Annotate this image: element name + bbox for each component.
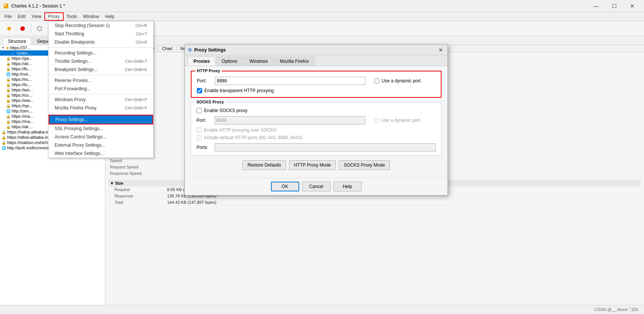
maximize-button[interactable]: ☐: [606, 0, 623, 12]
toolbar-stop-btn[interactable]: [17, 23, 29, 35]
dynamic-port-label: Use a dynamic port: [382, 78, 420, 83]
proxy-settings-dialog: ⚙ Proxy Settings ✕ Proxies Options Windo…: [184, 44, 448, 196]
dialog-tab-firefox[interactable]: Mozilla Firefox: [274, 57, 314, 66]
menu-window[interactable]: Window: [80, 12, 102, 21]
menu-help[interactable]: Help: [102, 12, 117, 21]
globe-icon: 🌐: [6, 109, 11, 113]
tree-label-5: http://not...: [12, 72, 31, 76]
proxy-menu-disable-breakpoints[interactable]: Disable Breakpoints Ctrl+K: [49, 38, 153, 46]
lock-icon: 🔒: [6, 125, 11, 129]
svg-marker-2: [7, 26, 11, 31]
toolbar-settings-btn[interactable]: [33, 23, 46, 35]
socks-http-label: Enable HTTP proxying over SOCKS: [204, 127, 277, 133]
toolbar-sep-1: [31, 24, 31, 33]
proxy-menu-access-control[interactable]: Access Control Settings...: [49, 133, 153, 141]
socks-proxy-section: SOCKS Proxy Enable SOCKS proxy Port: Use…: [191, 102, 442, 156]
dialog-icon: ⚙: [188, 47, 192, 53]
transparent-proxy-checkbox[interactable]: [197, 88, 202, 93]
tree-label-10: https://ww...: [12, 98, 33, 103]
window-controls: — ☐ ✕: [588, 0, 641, 12]
size-total-row: Total 144.43 KB (147,897 bytes): [108, 199, 641, 206]
lock-icon: 🔒: [6, 120, 11, 124]
mode-buttons-row: Restore Defaults HTTP Proxy Mode SOCKS P…: [191, 160, 442, 170]
lock-icon: 🔒: [6, 88, 11, 92]
dialog-footer: OK Cancel Help: [185, 177, 448, 195]
socks-dynamic-port-checkbox[interactable]: [374, 118, 379, 123]
http-proxy-mode-button[interactable]: HTTP Proxy Mode: [289, 160, 336, 170]
proxy-menu-breakpoint-settings[interactable]: Breakpoint Settings... Ctrl+Shift+K: [49, 65, 153, 74]
proxy-menu-external-proxy[interactable]: External Proxy Settings...: [49, 141, 153, 149]
tree-label-13: https://ma...: [12, 114, 33, 118]
tree-label-15: https://ali...: [12, 124, 32, 129]
proxy-menu-web-interface[interactable]: Web Interface Settings...: [49, 149, 153, 158]
lock-icon: 🔒: [6, 83, 11, 87]
app-icon: [3, 3, 9, 9]
restore-defaults-button[interactable]: Restore Defaults: [242, 160, 286, 170]
tree-icon-folder: ■: [6, 46, 9, 50]
sep-1: [49, 47, 153, 48]
proxy-menu-ssl-settings[interactable]: SSL Proxying Settings...: [49, 124, 153, 133]
socks-include-default-checkbox[interactable]: [196, 135, 202, 140]
toolbar-record-btn[interactable]: [3, 23, 15, 35]
proxy-menu-port-forwarding[interactable]: Port Forwarding...: [49, 85, 153, 93]
dialog-tab-proxies[interactable]: Proxies: [188, 57, 215, 66]
sep-4: [49, 113, 153, 114]
status-text: CSDN @__ Alone ˄320: [594, 307, 638, 312]
proxy-menu-proxy-settings[interactable]: Proxy Settings...: [49, 115, 153, 124]
right-tab-chart[interactable]: Chart: [158, 45, 177, 52]
socks-enable-checkbox[interactable]: [196, 108, 202, 113]
sep-2: [49, 75, 153, 75]
proxy-menu-windows-proxy[interactable]: Windows Proxy Ctrl+Shift+P: [49, 96, 153, 104]
status-bar: CSDN @__ Alone ˄320: [0, 305, 644, 314]
title-bar: Charles 4.1.2 - Session 1 * — ☐ ✕: [0, 0, 644, 12]
tree-label-4: https://fo...: [12, 67, 31, 71]
ok-button[interactable]: OK: [271, 182, 299, 191]
close-button[interactable]: ✕: [624, 0, 641, 12]
proxy-menu-start-throttling[interactable]: Start Throttling Ctrl+T: [49, 30, 153, 38]
menu-view[interactable]: View: [29, 12, 44, 21]
tree-label-12: http://zen...: [12, 109, 32, 113]
socks-http-checkbox[interactable]: [196, 127, 202, 133]
http-proxy-label: HTTP Proxy: [195, 68, 222, 73]
menu-proxy[interactable]: Proxy: [44, 12, 64, 21]
tree-label-11: https://op...: [12, 103, 32, 108]
menu-tools[interactable]: Tools: [64, 12, 80, 21]
proxy-menu-recording-settings[interactable]: Recording Settings...: [49, 49, 153, 57]
lock-icon: 🔒: [6, 67, 11, 71]
dialog-title-left: ⚙ Proxy Settings: [188, 47, 226, 53]
proxy-menu-throttle-settings[interactable]: Throttle Settings... Ctrl+Shift+T: [49, 57, 153, 65]
socks-ports-input[interactable]: [215, 143, 436, 152]
dynamic-port-checkbox[interactable]: [375, 79, 379, 83]
socks-port-input[interactable]: [215, 116, 365, 124]
lock-icon: 🔒: [6, 93, 11, 97]
dialog-close-button[interactable]: ✕: [437, 46, 445, 54]
tree-label-3: https://ali...: [12, 61, 32, 66]
svg-point-5: [38, 27, 41, 30]
http-proxy-port-input[interactable]: [215, 77, 365, 85]
socks-proxy-mode-button[interactable]: SOCKS Proxy Mode: [339, 160, 390, 170]
window-title: Charles 4.1.2 - Session 1 *: [11, 3, 65, 9]
proxy-menu-stop-recording[interactable]: Stop Recording (Session 1) Ctrl+R: [49, 21, 153, 30]
lock-icon: 🔒: [6, 114, 11, 118]
minimize-button[interactable]: —: [588, 0, 605, 12]
lock-icon: 🔒: [6, 104, 11, 108]
dialog-tab-options[interactable]: Options: [216, 57, 243, 66]
http-proxy-port-row: Port: Use a dynamic port: [197, 77, 435, 85]
lock-icon: 🔒: [6, 56, 11, 61]
tab-structure[interactable]: Structure: [3, 38, 31, 45]
menu-bar: File Edit View Proxy Tools Window Help: [0, 12, 644, 21]
dialog-tab-windows[interactable]: Windows: [244, 57, 274, 66]
tree-label-9: https://co...: [12, 93, 32, 97]
cancel-button[interactable]: Cancel: [302, 182, 330, 191]
port-label: Port:: [197, 78, 212, 83]
socks-port-label: Port:: [196, 118, 212, 123]
lock-icon: 🔒: [2, 135, 6, 140]
dialog-content: HTTP Proxy Port: Use a dynamic port Enab…: [185, 66, 448, 177]
tree-label-0: https://37...: [10, 46, 30, 50]
proxy-menu-firefox-proxy[interactable]: Mozilla Firefox Proxy Ctrl+Shift+F: [49, 104, 153, 112]
proxy-menu-reverse-proxies[interactable]: Reverse Proxies...: [49, 76, 153, 85]
menu-file[interactable]: File: [2, 12, 15, 21]
tree-label-6: https://nc...: [12, 77, 32, 82]
menu-edit[interactable]: Edit: [15, 12, 29, 21]
help-button[interactable]: Help: [333, 182, 362, 191]
